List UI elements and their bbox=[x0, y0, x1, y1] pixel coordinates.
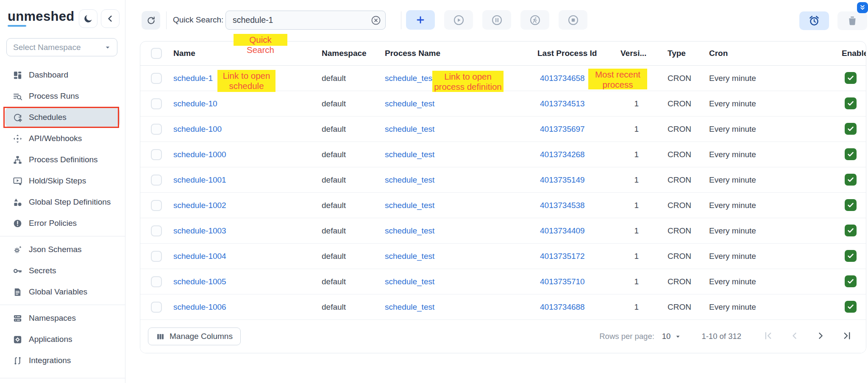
sidebar-collapse-button[interactable] bbox=[101, 9, 120, 28]
row-checkbox[interactable] bbox=[151, 124, 162, 135]
row-checkbox[interactable] bbox=[151, 149, 162, 160]
sidebar-item-namespaces[interactable]: Namespaces bbox=[5, 308, 120, 328]
enabled-check bbox=[845, 225, 857, 236]
refresh-button[interactable] bbox=[142, 11, 160, 30]
last-process-id-link[interactable]: 4013734268 bbox=[537, 150, 620, 159]
process-name-link[interactable]: schedule_test bbox=[385, 150, 537, 159]
schedule-name-link[interactable]: schedule-100 bbox=[173, 125, 322, 134]
version-cell: 1 bbox=[620, 125, 668, 134]
enabled-checkbox[interactable] bbox=[842, 123, 866, 135]
process-name-link[interactable]: schedule_test bbox=[385, 175, 537, 185]
check-icon bbox=[846, 226, 855, 235]
schedule-name-link[interactable]: schedule-10 bbox=[173, 99, 322, 108]
enabled-checkbox[interactable] bbox=[842, 301, 866, 313]
first-page-button[interactable] bbox=[762, 330, 774, 343]
process-name-link[interactable]: schedule_test bbox=[385, 125, 537, 134]
manage-columns-button[interactable]: Manage Columns bbox=[148, 327, 241, 345]
schedules-view-button[interactable] bbox=[799, 11, 829, 30]
search-input[interactable] bbox=[233, 15, 367, 25]
scroll-down-badge[interactable] bbox=[857, 2, 868, 13]
rows-per-page-select[interactable]: 10 bbox=[662, 332, 682, 341]
sidebar-item-applications[interactable]: Applications bbox=[5, 330, 120, 349]
sidebar-item-process-definitions[interactable]: Process Definitions bbox=[5, 150, 120, 169]
row-checkbox[interactable] bbox=[151, 73, 162, 84]
enabled-checkbox[interactable] bbox=[842, 275, 866, 288]
last-process-id-link[interactable]: 4013735697 bbox=[537, 125, 620, 134]
sidebar-item-process-runs[interactable]: Process Runs bbox=[5, 86, 120, 106]
schedule-name-link[interactable]: schedule-1004 bbox=[173, 252, 322, 261]
sidebar-item-global-step-definitions[interactable]: Global Step Definitions bbox=[5, 192, 120, 212]
pause-button[interactable] bbox=[482, 10, 511, 30]
sidebar-item-integrations[interactable]: Integrations bbox=[5, 351, 120, 370]
row-checkbox[interactable] bbox=[151, 200, 162, 211]
enabled-checkbox[interactable] bbox=[842, 174, 866, 186]
process-name-link[interactable]: schedule_test bbox=[385, 277, 537, 286]
trash-icon bbox=[847, 15, 858, 26]
process-name-link[interactable]: schedule_test bbox=[385, 201, 537, 210]
last-process-id-link[interactable]: 4013735172 bbox=[537, 252, 620, 261]
schedule-name-link[interactable]: schedule-1005 bbox=[173, 277, 322, 286]
schedule-name-link[interactable]: schedule-1000 bbox=[173, 150, 322, 159]
last-process-id-link[interactable]: 4013734513 bbox=[537, 99, 620, 108]
sidebar-item-json-schemas[interactable]: Json Schemas bbox=[5, 240, 120, 259]
caret-down-icon bbox=[674, 333, 682, 341]
next-page-button[interactable] bbox=[814, 330, 827, 343]
row-checkbox[interactable] bbox=[151, 175, 162, 186]
row-checkbox[interactable] bbox=[151, 98, 162, 109]
resume-button[interactable] bbox=[444, 10, 473, 30]
enabled-checkbox[interactable] bbox=[842, 225, 866, 237]
type-cell: CRON bbox=[668, 252, 709, 261]
sidebar-item-dashboard[interactable]: Dashboard bbox=[5, 65, 120, 85]
process-name-link[interactable]: schedule_test bbox=[385, 99, 537, 108]
row-checkbox-cell bbox=[140, 225, 173, 236]
process-name-link[interactable]: schedule_test bbox=[385, 252, 537, 261]
row-checkbox[interactable] bbox=[151, 302, 162, 313]
row-checkbox-cell bbox=[140, 175, 173, 186]
refresh-icon bbox=[146, 16, 156, 25]
last-process-id-link[interactable]: 4013735149 bbox=[537, 175, 620, 185]
row-checkbox[interactable] bbox=[151, 251, 162, 262]
last-process-id-link[interactable]: 4013734688 bbox=[537, 303, 620, 312]
sidebar-item-secrets[interactable]: Secrets bbox=[5, 261, 120, 280]
add-schedule-button[interactable] bbox=[406, 10, 435, 30]
process-name-link[interactable]: schedule_test bbox=[385, 226, 537, 236]
previous-page-button[interactable] bbox=[788, 330, 801, 343]
last-process-id-link[interactable]: 4013734538 bbox=[537, 201, 620, 210]
delete-button[interactable] bbox=[837, 11, 867, 30]
sidebar-item-global-variables[interactable]: Global Variables bbox=[5, 282, 120, 302]
theme-toggle-button[interactable] bbox=[79, 9, 97, 28]
stop-button[interactable] bbox=[559, 10, 587, 30]
select-all-checkbox[interactable] bbox=[151, 48, 162, 59]
enabled-checkbox[interactable] bbox=[842, 72, 866, 84]
run-button[interactable] bbox=[520, 10, 549, 30]
row-checkbox[interactable] bbox=[151, 276, 162, 287]
secrets-icon bbox=[13, 266, 22, 276]
schedule-name-link[interactable]: schedule-1002 bbox=[173, 201, 322, 210]
error-policies-icon bbox=[13, 219, 22, 228]
sidebar-item-hold-skip-steps[interactable]: Hold/Skip Steps bbox=[5, 171, 120, 191]
schedule-name-link[interactable]: schedule-1006 bbox=[173, 303, 322, 312]
schedule-name-link[interactable]: schedule-1003 bbox=[173, 226, 322, 236]
namespace-select[interactable]: Select Namespace bbox=[6, 38, 117, 56]
sidebar-item-api-webhooks[interactable]: API/Webhooks bbox=[5, 129, 120, 148]
divider bbox=[401, 11, 401, 29]
column-header-versi: Versi... bbox=[620, 49, 668, 58]
global-step-definitions-icon bbox=[13, 197, 22, 207]
enabled-checkbox[interactable] bbox=[842, 148, 866, 161]
sidebar-item-error-policies[interactable]: Error Policies bbox=[5, 214, 120, 233]
divider bbox=[0, 378, 125, 378]
last-process-id-link[interactable]: 4013735710 bbox=[537, 277, 620, 286]
schedule-name-link[interactable]: schedule-1001 bbox=[173, 175, 322, 185]
row-checkbox[interactable] bbox=[151, 225, 162, 236]
last-page-button[interactable] bbox=[840, 330, 853, 343]
main-content: Quick Search: NameNamespaceProcess NameL… bbox=[125, 0, 868, 383]
sidebar-item-schedules[interactable]: Schedules bbox=[5, 108, 120, 127]
table-row: schedule-1006defaultschedule_test4013734… bbox=[140, 294, 866, 320]
app-logo-text: unmeshed bbox=[8, 9, 74, 24]
clear-search-button[interactable] bbox=[370, 15, 381, 26]
enabled-checkbox[interactable] bbox=[842, 199, 866, 211]
enabled-checkbox[interactable] bbox=[842, 250, 866, 262]
last-process-id-link[interactable]: 4013734409 bbox=[537, 226, 620, 236]
enabled-checkbox[interactable] bbox=[842, 97, 866, 110]
process-name-link[interactable]: schedule_test bbox=[385, 303, 537, 312]
